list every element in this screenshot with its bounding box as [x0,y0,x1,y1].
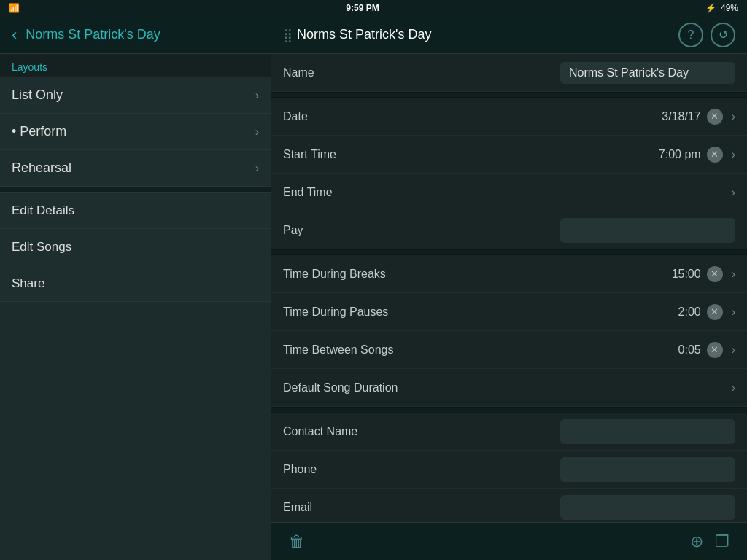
time-breaks-label: Time During Breaks [283,268,429,281]
email-label: Email [283,501,429,514]
time-between-songs-label: Time Between Songs [283,343,429,357]
time-between-songs-value-area: 0:05 ✕ › [429,342,735,358]
status-bar: 📶 9:59 PM ⚡ 49% [0,0,747,16]
share-label: Share [12,276,44,291]
help-icon: ? [688,28,694,42]
name-label: Name [283,66,429,79]
right-panel: ⣿ Norms St Patrick's Day ? ↺ Name [271,16,747,560]
chevron-right-icon: › [255,89,259,102]
end-time-label: End Time [283,186,429,199]
date-value-area: 3/18/17 ✕ › [429,109,735,125]
refresh-button[interactable]: ↺ [711,23,735,47]
refresh-icon: ↺ [719,28,728,42]
section-gap-3 [271,407,747,413]
right-header-left: ⣿ Norms St Patrick's Day [283,27,431,43]
time-breaks-value-area: 15:00 ✕ › [429,266,735,282]
layouts-label: Layouts [0,54,271,77]
date-row: Date 3/18/17 ✕ › [271,98,747,136]
time-breaks-chevron-icon: › [732,268,735,281]
phone-label: Phone [283,463,429,476]
battery-label: 49% [721,3,738,13]
phone-input[interactable] [560,457,735,482]
date-value: 3/18/17 [662,110,700,123]
date-clear-button[interactable]: ✕ [707,109,723,125]
name-value-area [429,62,735,84]
start-time-chevron-icon: › [732,148,735,161]
start-time-clear-button[interactable]: ✕ [707,147,723,163]
contact-name-label: Contact Name [283,425,429,438]
status-time: 9:59 PM [346,3,379,13]
default-song-duration-row: Default Song Duration › [271,369,747,407]
name-row: Name [271,54,747,92]
email-value-area [429,495,735,520]
start-time-value: 7:00 pm [659,148,701,161]
contact-name-input[interactable] [560,419,735,444]
sidebar-item-list-only[interactable]: List Only › [0,77,271,114]
time-pauses-value: 2:00 [678,306,701,319]
list-only-label: List Only [12,88,63,103]
toolbar-right-icons: ⊕ ❐ [690,532,729,551]
edit-details-label: Edit Details [12,203,74,218]
delete-button[interactable]: 🗑 [289,532,305,551]
name-input[interactable] [560,62,735,84]
date-label: Date [283,110,429,123]
section-gap-1 [271,92,747,98]
chevron-right-icon: › [255,162,259,175]
sidebar-item-perform[interactable]: • Perform › [0,114,271,150]
time-between-songs-clear-button[interactable]: ✕ [707,342,723,358]
rehearsal-label: Rehearsal [12,160,71,176]
pay-label: Pay [283,224,429,237]
time-pauses-chevron-icon: › [732,306,735,319]
right-header: ⣿ Norms St Patrick's Day ? ↺ [271,16,747,54]
edit-songs-label: Edit Songs [12,240,71,254]
wifi-icon: 📶 [9,3,20,13]
left-header: ‹ Norms St Patrick's Day [0,16,271,54]
left-panel-title: Norms St Patrick's Day [26,27,160,42]
start-time-label: Start Time [283,148,429,161]
chevron-right-icon: › [255,125,259,139]
end-time-chevron-icon: › [732,186,735,199]
edit-details-item[interactable]: Edit Details [0,192,271,229]
email-row: Email [271,489,747,522]
date-chevron-icon: › [732,110,735,123]
add-button[interactable]: ⊕ [690,532,703,551]
default-song-duration-value-area: › [429,381,735,394]
left-panel: ‹ Norms St Patrick's Day Layouts List On… [0,16,271,560]
phone-value-area [429,457,735,482]
pay-row: Pay [271,211,747,249]
back-button[interactable]: ‹ [12,26,17,44]
status-right: ⚡ 49% [705,3,738,13]
drag-handle-icon: ⣿ [283,27,291,43]
time-pauses-row: Time During Pauses 2:00 ✕ › [271,293,747,331]
email-input[interactable] [560,495,735,520]
status-left: 📶 [9,3,20,13]
time-between-songs-value: 0:05 [678,343,701,357]
start-time-value-area: 7:00 pm ✕ › [429,147,735,163]
default-song-duration-label: Default Song Duration [283,381,429,394]
help-button[interactable]: ? [678,23,703,47]
time-breaks-row: Time During Breaks 15:00 ✕ › [271,255,747,293]
time-pauses-clear-button[interactable]: ✕ [707,304,723,320]
right-content: Name Date 3/18/17 ✕ › Start Time 7:0 [271,54,747,522]
edit-songs-item[interactable]: Edit Songs [0,229,271,265]
perform-label: • Perform [12,124,66,139]
pay-value-area [429,218,735,243]
time-pauses-value-area: 2:00 ✕ › [429,304,735,320]
copy-button[interactable]: ❐ [715,532,729,551]
right-panel-title: Norms St Patrick's Day [297,27,431,42]
sidebar-item-rehearsal[interactable]: Rehearsal › [0,150,271,187]
right-header-icons: ? ↺ [678,23,735,47]
phone-row: Phone [271,451,747,489]
pay-input[interactable] [560,218,735,243]
contact-name-row: Contact Name [271,413,747,451]
bottom-toolbar: 🗑 ⊕ ❐ [271,522,747,560]
end-time-row: End Time › [271,174,747,211]
bluetooth-icon: ⚡ [705,3,716,13]
section-divider [0,187,271,192]
start-time-row: Start Time 7:00 pm ✕ › [271,136,747,174]
contact-name-value-area [429,419,735,444]
share-item[interactable]: Share [0,265,271,302]
section-gap-2 [271,249,747,255]
time-breaks-value: 15:00 [672,268,701,281]
time-breaks-clear-button[interactable]: ✕ [707,266,723,282]
